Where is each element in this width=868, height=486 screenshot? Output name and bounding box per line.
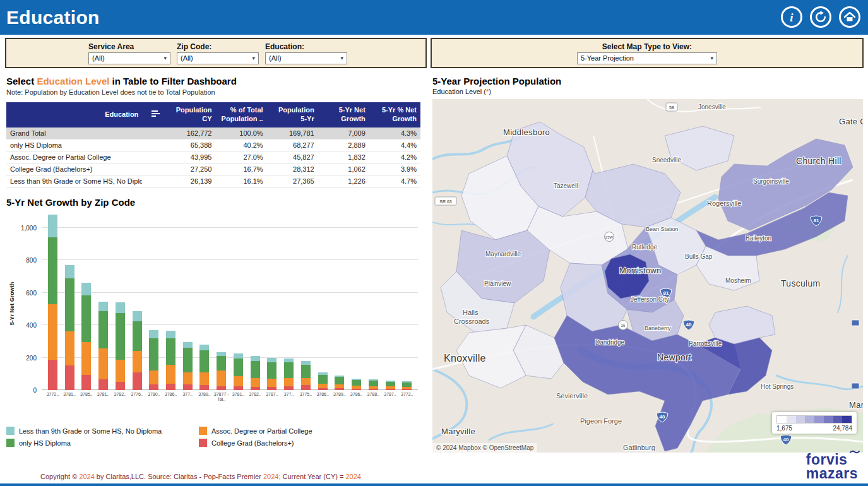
chart-bar[interactable]: [352, 379, 361, 390]
bar-segment[interactable]: [116, 302, 125, 313]
education-dropdown[interactable]: (All) ▾: [265, 52, 347, 64]
service-area-dropdown[interactable]: (All) ▾: [88, 52, 170, 64]
bar-segment[interactable]: [65, 265, 74, 278]
bar-segment[interactable]: [133, 351, 142, 372]
bar-segment[interactable]: [199, 345, 209, 350]
bar-segment[interactable]: [234, 353, 243, 359]
column-header-sort[interactable]: [142, 102, 164, 127]
bar-segment[interactable]: [166, 365, 175, 384]
chart-bar[interactable]: [116, 302, 125, 390]
bar-segment[interactable]: [199, 385, 209, 390]
bar-segment[interactable]: [386, 382, 395, 387]
bar-segment[interactable]: [318, 375, 328, 384]
bar-segment[interactable]: [116, 382, 125, 390]
bar-segment[interactable]: [352, 389, 361, 390]
bar-segment[interactable]: [234, 376, 243, 386]
chart-bar[interactable]: [335, 376, 344, 390]
bar-segment[interactable]: [183, 384, 193, 390]
bar-segment[interactable]: [81, 375, 91, 390]
legend-item[interactable]: Assoc. Degree or Partial College: [199, 427, 423, 435]
bar-segment[interactable]: [48, 237, 57, 304]
map-attribution[interactable]: © 2024 Mapbox © OpenStreetMap: [432, 443, 537, 453]
bar-segment[interactable]: [166, 384, 175, 390]
bar-segment[interactable]: [267, 362, 276, 379]
table-row[interactable]: only HS Diploma65,38840.2%68,2772,8894.4…: [6, 139, 420, 151]
chart-bar[interactable]: [199, 345, 209, 390]
bar-segment[interactable]: [267, 379, 276, 387]
bar-segment[interactable]: [48, 360, 57, 390]
bar-segment[interactable]: [386, 389, 395, 390]
bar-segment[interactable]: [251, 356, 260, 361]
column-header-population-cy[interactable]: Population CY: [164, 102, 215, 127]
bar-segment[interactable]: [65, 331, 74, 365]
bar-segment[interactable]: [402, 389, 412, 390]
bar-segment[interactable]: [301, 378, 311, 386]
bar-segment[interactable]: [217, 356, 226, 370]
bar-segment[interactable]: [98, 348, 108, 379]
chart-bar[interactable]: [251, 356, 260, 390]
column-header-pct-net-growth[interactable]: 5-Yr % Net Growth: [369, 102, 420, 127]
chart-bar[interactable]: [166, 331, 175, 390]
table-row[interactable]: Less than 9th Grade or Some HS, No Diplo…: [6, 175, 420, 187]
table-row[interactable]: College Grad (Bachelors+)27,25016.7%28,3…: [6, 163, 420, 175]
map-canvas[interactable]: 58SR 638125W8140254040JonesvilleGate Cit…: [432, 99, 863, 453]
bar-segment[interactable]: [251, 361, 260, 378]
zip-code-dropdown[interactable]: (All) ▾: [177, 52, 259, 64]
bar-segment[interactable]: [352, 380, 361, 386]
bar-segment[interactable]: [65, 278, 74, 332]
bar-segment[interactable]: [199, 372, 209, 386]
bar-segment[interactable]: [217, 370, 226, 386]
bar-segment[interactable]: [199, 350, 209, 372]
bar-segment[interactable]: [318, 384, 328, 389]
legend-item[interactable]: Less than 9th Grade or Some HS, No Diplo…: [6, 427, 199, 435]
bar-segment[interactable]: [402, 382, 412, 387]
bar-segment[interactable]: [81, 342, 91, 375]
refresh-button[interactable]: [810, 6, 831, 28]
chart-bar[interactable]: [217, 352, 226, 390]
chart-bar[interactable]: [284, 359, 294, 390]
bar-segment[interactable]: [234, 359, 243, 376]
bar-segment[interactable]: [335, 377, 344, 384]
bar-segment[interactable]: [335, 388, 344, 390]
chart-bar[interactable]: [98, 302, 108, 390]
bar-segment[interactable]: [369, 381, 378, 386]
zip-region[interactable]: [709, 306, 775, 344]
bar-segment[interactable]: [318, 388, 328, 390]
chart-bar[interactable]: [48, 215, 57, 390]
bar-segment[interactable]: [183, 348, 193, 372]
chart-bar[interactable]: [183, 342, 193, 390]
bar-segment[interactable]: [234, 386, 243, 390]
zip-region[interactable]: [665, 126, 734, 170]
bar-segment[interactable]: [81, 283, 91, 295]
chart-bar[interactable]: [369, 379, 378, 390]
chart-bar[interactable]: [81, 283, 91, 390]
bar-segment[interactable]: [98, 379, 108, 390]
info-button[interactable]: i: [781, 6, 802, 28]
bar-segment[interactable]: [183, 372, 193, 384]
bar-segment[interactable]: [133, 372, 142, 390]
bar-segment[interactable]: [48, 304, 57, 360]
bar-segment[interactable]: [98, 302, 108, 311]
bar-segment[interactable]: [116, 360, 125, 382]
bar-segment[interactable]: [251, 387, 260, 390]
bar-segment[interactable]: [98, 311, 108, 348]
column-header-population-5yr[interactable]: Population 5-Yr: [267, 102, 318, 127]
bar-segment[interactable]: [149, 330, 158, 338]
chart-bar[interactable]: [402, 381, 412, 390]
chart-bar[interactable]: [133, 311, 142, 390]
chart-bar[interactable]: [149, 330, 158, 390]
bar-segment[interactable]: [301, 365, 311, 378]
column-header-education[interactable]: Education: [6, 102, 142, 127]
chart-bar[interactable]: [386, 381, 395, 390]
bar-segment[interactable]: [183, 342, 193, 348]
legend-item[interactable]: only HS Diploma: [6, 439, 199, 447]
bar-segment[interactable]: [149, 338, 158, 371]
bar-segment[interactable]: [133, 311, 142, 321]
home-button[interactable]: [839, 6, 860, 28]
bar-segment[interactable]: [166, 338, 175, 365]
bar-segment[interactable]: [217, 386, 226, 390]
choropleth-map[interactable]: 58SR 638125W8140254040JonesvilleGate Cit…: [432, 99, 863, 453]
bar-segment[interactable]: [284, 386, 294, 390]
chart-bar[interactable]: [234, 353, 243, 390]
map-type-dropdown[interactable]: 5-Year Projection ▾: [577, 52, 717, 64]
